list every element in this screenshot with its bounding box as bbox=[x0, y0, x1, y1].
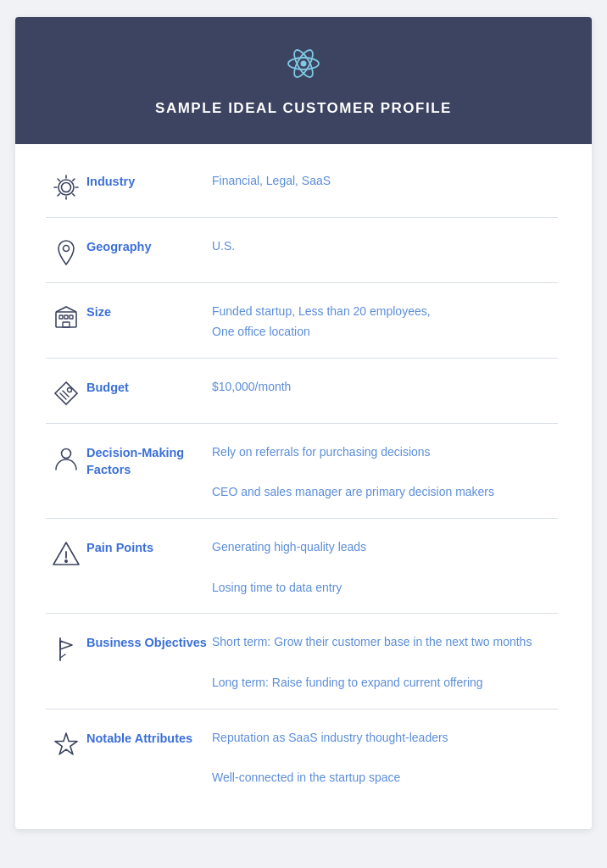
value-decision-making-factors: Rely on referrals for purchasing decisio… bbox=[212, 442, 558, 503]
label-business-objectives: Business Objectives bbox=[86, 632, 212, 651]
svg-point-5 bbox=[58, 180, 74, 195]
row-business-objectives: Business ObjectivesShort term: Grow thei… bbox=[46, 614, 558, 709]
row-size: SizeFunded startup, Less than 20 employe… bbox=[46, 283, 558, 359]
svg-point-13 bbox=[62, 448, 71, 458]
svg-rect-9 bbox=[64, 315, 68, 319]
row-pain-points: Pain PointsGenerating high-quality leads… bbox=[46, 519, 558, 614]
row-industry: IndustryFinancial, Legal, SaaS bbox=[46, 153, 558, 218]
svg-rect-11 bbox=[63, 322, 70, 327]
flag-icon bbox=[46, 632, 86, 663]
label-budget: Budget bbox=[86, 377, 212, 396]
tag-icon bbox=[46, 377, 86, 408]
svg-point-12 bbox=[68, 387, 72, 392]
svg-point-6 bbox=[64, 246, 70, 252]
label-decision-making-factors: Decision-Making Factors bbox=[86, 442, 212, 479]
svg-rect-7 bbox=[56, 312, 76, 327]
value-size: Funded startup, Less than 20 employees,O… bbox=[212, 302, 558, 342]
svg-point-15 bbox=[65, 560, 67, 562]
value-business-objectives: Short term: Grow their customer base in … bbox=[212, 632, 558, 693]
row-geography: GeographyU.S. bbox=[46, 218, 558, 283]
label-geography: Geography bbox=[86, 236, 212, 255]
value-pain-points: Generating high-quality leadsLosing time… bbox=[212, 537, 558, 598]
person-icon bbox=[46, 442, 86, 473]
star-icon bbox=[46, 728, 86, 759]
label-pain-points: Pain Points bbox=[86, 537, 212, 556]
atom-icon bbox=[281, 41, 326, 90]
location-icon bbox=[46, 236, 86, 267]
svg-point-3 bbox=[301, 61, 307, 67]
header: SAMPLE IDEAL CUSTOMER PROFILE bbox=[15, 17, 592, 144]
building-icon bbox=[46, 302, 86, 332]
value-industry: Financial, Legal, SaaS bbox=[212, 171, 558, 192]
value-geography: U.S. bbox=[212, 236, 558, 257]
svg-rect-10 bbox=[70, 315, 73, 319]
row-decision-making-factors: Decision-Making FactorsRely on referrals… bbox=[46, 424, 558, 519]
label-industry: Industry bbox=[86, 171, 212, 190]
header-title: SAMPLE IDEAL CUSTOMER PROFILE bbox=[155, 100, 452, 117]
warning-icon bbox=[46, 537, 86, 568]
value-budget: $10,000/month bbox=[212, 377, 558, 398]
row-notable-attributes: Notable AttributesReputation as SaaS ind… bbox=[46, 709, 558, 804]
label-size: Size bbox=[86, 302, 212, 320]
card: SAMPLE IDEAL CUSTOMER PROFILE IndustryFi… bbox=[15, 17, 592, 829]
svg-rect-8 bbox=[59, 315, 63, 319]
svg-point-4 bbox=[62, 183, 71, 192]
content: IndustryFinancial, Legal, SaaS Geography… bbox=[15, 144, 592, 829]
label-notable-attributes: Notable Attributes bbox=[86, 728, 212, 747]
gear-icon bbox=[46, 171, 86, 202]
row-budget: Budget$10,000/month bbox=[46, 359, 558, 424]
value-notable-attributes: Reputation as SaaS industry thought-lead… bbox=[212, 728, 558, 788]
